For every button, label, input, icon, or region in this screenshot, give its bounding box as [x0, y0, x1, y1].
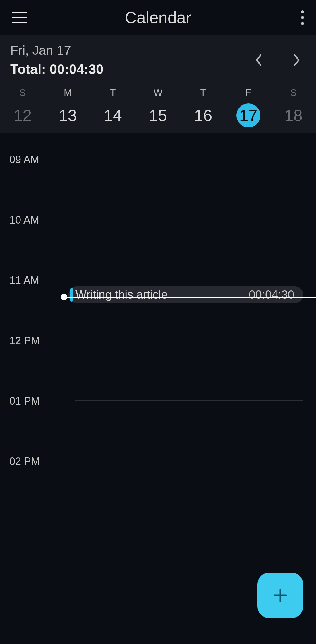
plus-icon: [272, 587, 288, 604]
day-column-14[interactable]: T14: [90, 87, 135, 127]
hour-divider: [75, 159, 303, 159]
day-number: 13: [56, 103, 80, 127]
event-color-bar: [70, 288, 73, 302]
hour-label: 12 PM: [9, 335, 40, 347]
next-day-button[interactable]: [293, 54, 300, 66]
hour-label: 02 PM: [9, 455, 40, 468]
prev-day-button[interactable]: [255, 54, 262, 66]
hour-label: 01 PM: [9, 395, 40, 407]
day-letter: F: [226, 87, 271, 98]
hour-row: 01 PM: [0, 381, 316, 441]
hour-divider: [75, 280, 303, 280]
hour-row: 02 PM: [0, 441, 316, 502]
hour-row: 09 AM: [0, 139, 316, 200]
day-number: 12: [11, 103, 35, 127]
day-column-18[interactable]: S18: [271, 87, 316, 127]
day-number: 15: [146, 103, 170, 127]
page-title: Calendar: [15, 8, 301, 27]
day-number: 14: [101, 103, 125, 127]
add-button[interactable]: [257, 573, 303, 618]
total-time-label: Total: 00:04:30: [10, 61, 255, 77]
current-time-dot: [61, 294, 67, 300]
event-title: Writing this article: [75, 288, 249, 301]
day-column-13[interactable]: M13: [45, 87, 90, 127]
day-letter: S: [271, 87, 316, 98]
week-day-strip: S12M13T14W15T16F17S18: [0, 84, 316, 133]
hour-divider: [75, 400, 303, 401]
hour-divider: [75, 461, 303, 461]
hour-row: 12 PM: [0, 321, 316, 381]
day-letter: M: [45, 87, 90, 98]
day-column-17[interactable]: F17: [226, 87, 271, 127]
date-summary-bar: Fri, Jan 17 Total: 00:04:30: [0, 35, 316, 84]
hour-divider: [75, 340, 303, 340]
hour-label: 11 AM: [9, 274, 39, 287]
chevron-right-icon: [293, 54, 300, 66]
hour-divider: [75, 219, 303, 219]
current-time-line: [61, 297, 316, 298]
day-column-12[interactable]: S12: [0, 87, 45, 127]
day-column-16[interactable]: T16: [181, 87, 226, 127]
day-letter: T: [181, 87, 226, 98]
calendar-event[interactable]: Writing this article00:04:30: [68, 286, 303, 303]
app-header: Calendar: [0, 0, 316, 35]
hour-row: 10 AM: [0, 200, 316, 260]
day-letter: S: [0, 87, 45, 98]
more-vertical-icon[interactable]: [301, 10, 304, 25]
day-letter: W: [135, 87, 181, 98]
day-number: 18: [281, 103, 305, 127]
current-date-label: Fri, Jan 17: [10, 43, 255, 58]
hour-label: 09 AM: [9, 154, 39, 166]
chevron-left-icon: [255, 54, 262, 66]
day-number: 17: [236, 103, 260, 127]
day-letter: T: [90, 87, 135, 98]
hour-label: 10 AM: [9, 214, 39, 226]
timeline[interactable]: 09 AM10 AM11 AM12 PM01 PM02 PMWriting th…: [0, 139, 316, 502]
day-number: 16: [191, 103, 215, 127]
day-column-15[interactable]: W15: [135, 87, 181, 127]
event-duration: 00:04:30: [249, 288, 294, 301]
